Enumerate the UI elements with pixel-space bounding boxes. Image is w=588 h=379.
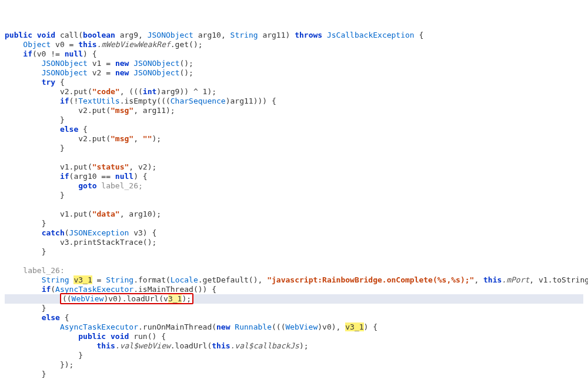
string-literal: "javascript:RainbowBridge.onComplete(%s,…	[267, 275, 474, 284]
string-literal: "msg"	[111, 106, 133, 115]
keyword-else: else	[60, 125, 78, 134]
type-string: String	[230, 31, 258, 39]
code-line: }	[5, 144, 65, 152]
text: (v0 !=	[32, 49, 65, 58]
code-line: v2.put("msg", "");	[5, 134, 161, 143]
text: (((	[272, 323, 285, 331]
code-line-highlighted[interactable]: ((WebView)v0).loadUrl(v3_1);	[5, 294, 583, 304]
text: (	[65, 228, 69, 237]
type-charseq: CharSequence	[171, 97, 226, 105]
brace: }	[60, 115, 65, 124]
sp	[106, 332, 111, 341]
code-line: else {	[5, 313, 69, 322]
keyword-else: else	[42, 313, 60, 322]
code-line: if(AsyncTaskExecutor.isMainThread()) {	[5, 285, 216, 294]
code-line: }	[5, 219, 46, 228]
type-string: String	[106, 275, 133, 284]
code-line: AsyncTaskExecutor.runOnMainThread(new Ru…	[5, 323, 377, 331]
text: {	[78, 125, 88, 134]
keyword-int: int	[143, 87, 156, 96]
keyword-new: new	[115, 59, 129, 68]
type-webview: WebView	[72, 294, 104, 303]
keyword-if: if	[60, 172, 69, 181]
keyword-public: public	[78, 332, 106, 341]
text: =	[92, 275, 106, 284]
text: v1.put(	[60, 210, 92, 218]
field: .val$webView	[115, 341, 171, 350]
type-asynctask: AsyncTaskExecutor	[55, 285, 133, 294]
selection-box: ((WebView)v0).loadUrl(v3_1);	[60, 293, 193, 304]
text: )v0).loadUrl(v	[103, 294, 168, 303]
text: v2.put(	[78, 106, 111, 115]
code-line: });	[5, 360, 74, 369]
text: v1 =	[88, 59, 115, 68]
type-locale: Locale	[171, 275, 198, 284]
code-line: }	[5, 304, 46, 312]
text: });	[60, 360, 74, 369]
arg: arg11	[262, 31, 285, 39]
keyword-if: if	[60, 97, 69, 105]
text: ,	[133, 134, 143, 143]
text: );	[299, 341, 309, 350]
text: {	[55, 78, 65, 87]
arg: arg9	[120, 31, 138, 39]
field: .mWebViewWeakRef	[97, 40, 171, 49]
code-line: }	[5, 247, 46, 256]
text: v3) {	[129, 228, 156, 237]
code-line: if(!TextUtils.isEmpty(((CharSequence)arg…	[5, 97, 276, 105]
label: label_26:	[23, 266, 64, 275]
text: ();	[179, 68, 193, 77]
type-exception: JsCallbackException	[327, 31, 415, 39]
text: ) {	[83, 49, 96, 58]
code-line: String v3_1 = String.format(Locale.getDe…	[5, 275, 588, 284]
type-object: Object	[23, 40, 51, 49]
highlighted-var: 3_1	[168, 294, 182, 303]
code-line: label_26:	[5, 266, 65, 275]
keyword-this: this	[483, 275, 502, 284]
text: ) {	[133, 172, 147, 181]
keyword-null: null	[65, 49, 83, 58]
type-textutils: TextUtils	[78, 97, 119, 105]
text: );	[182, 294, 191, 303]
text: ,	[474, 275, 483, 284]
highlighted-var: v3_1	[345, 323, 363, 331]
keyword-this: this	[212, 341, 230, 350]
code-line: try {	[5, 78, 65, 87]
string-literal: "code"	[92, 87, 120, 96]
brace: }	[42, 247, 46, 256]
keyword-catch: catch	[42, 228, 65, 237]
text: , v1.toString());	[529, 275, 588, 284]
text: v2.put(	[60, 87, 92, 96]
code-line: goto label_26;	[5, 181, 143, 190]
text: );	[152, 134, 161, 143]
text: {	[60, 313, 69, 322]
code-line: if(arg10 == null) {	[5, 172, 148, 181]
code-line: v1.put("status", v2);	[5, 162, 156, 171]
text: ((	[62, 294, 72, 303]
text: (arg10 ==	[69, 172, 115, 181]
keyword-this: this	[97, 341, 115, 350]
code-line: public void run() {	[5, 332, 166, 341]
text: .isEmpty(((	[120, 97, 171, 105]
text: , (((	[120, 87, 143, 96]
code-block: public void call(boolean arg9, JSONObjec…	[5, 31, 583, 379]
brace: }	[78, 351, 83, 360]
code-line: v2.put("msg", arg11);	[5, 106, 175, 115]
field: .mPort	[502, 275, 529, 284]
text: .loadUrl(	[171, 341, 212, 350]
text: , arg10);	[120, 210, 161, 218]
brace: }	[60, 191, 65, 200]
code-line: JSONObject v1 = new JSONObject();	[5, 59, 193, 68]
code-line: Object v0 = this.mWebViewWeakRef.get();	[5, 40, 203, 49]
keyword-new: new	[216, 323, 230, 331]
code-line: JSONObject v2 = new JSONObject();	[5, 68, 193, 77]
code-line: }	[5, 370, 46, 378]
keyword-new: new	[115, 68, 129, 77]
arg: arg10	[198, 31, 221, 39]
highlighted-var: v3_1	[74, 275, 92, 284]
keyword-if: if	[23, 49, 32, 58]
brace: }	[60, 144, 65, 152]
text: v2.put(	[78, 134, 111, 143]
type-json: JSONObject	[148, 31, 193, 39]
text: , v2);	[129, 162, 156, 171]
